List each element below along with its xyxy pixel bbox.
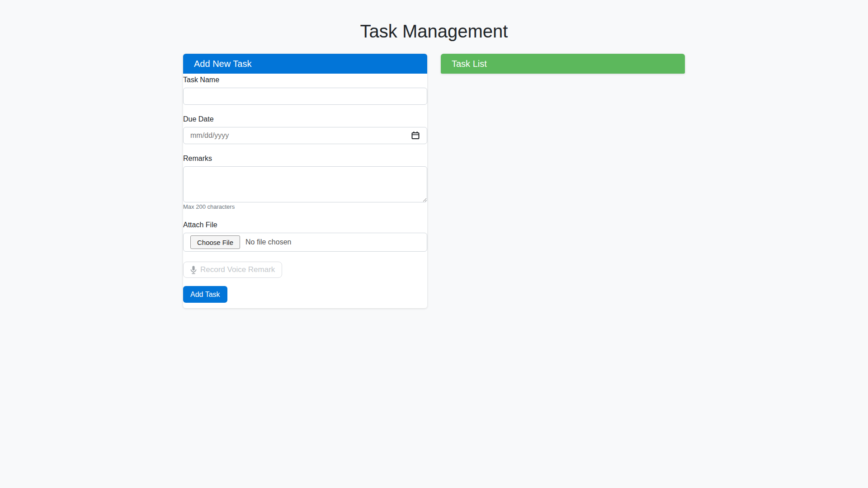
cards-row: Add New Task Task Name Due Date mm/dd/yy… (183, 54, 685, 308)
task-list-card-title: Task List (452, 59, 487, 69)
attach-file-label: Attach File (183, 220, 427, 230)
add-task-button[interactable]: Add Task (183, 286, 227, 303)
task-name-input[interactable] (183, 88, 427, 105)
record-voice-button[interactable]: Record Voice Remark (183, 262, 282, 278)
remarks-group: Remarks Max 200 characters (183, 154, 427, 211)
calendar-icon[interactable] (411, 131, 420, 140)
page-title: Task Management (0, 21, 868, 42)
remarks-label: Remarks (183, 154, 427, 164)
task-list-card-header: Task List (441, 54, 685, 74)
due-date-label: Due Date (183, 114, 427, 124)
record-voice-label: Record Voice Remark (200, 265, 275, 274)
record-voice-row: Record Voice Remark (183, 252, 427, 278)
task-list-column: Task List (441, 54, 685, 74)
add-task-card: Add New Task Task Name Due Date mm/dd/yy… (183, 54, 427, 308)
due-date-placeholder: mm/dd/yyyy (190, 131, 229, 140)
microphone-icon (190, 266, 197, 274)
attach-file-group: Attach File Choose File No file chosen (183, 220, 427, 252)
task-name-group: Task Name (183, 75, 427, 105)
task-name-label: Task Name (183, 75, 427, 85)
add-task-column: Add New Task Task Name Due Date mm/dd/yy… (183, 54, 427, 308)
add-task-row: Add Task (183, 286, 427, 303)
attach-file-input[interactable]: Choose File No file chosen (183, 233, 427, 252)
add-task-card-header: Add New Task (183, 54, 427, 74)
due-date-group: Due Date mm/dd/yyyy (183, 114, 427, 144)
file-status-text: No file chosen (245, 238, 291, 246)
add-task-card-title: Add New Task (194, 59, 251, 69)
add-task-form: Task Name Due Date mm/dd/yyyy (183, 74, 427, 308)
remarks-textarea[interactable] (183, 166, 427, 202)
due-date-input[interactable]: mm/dd/yyyy (183, 127, 427, 144)
remarks-help-text: Max 200 characters (183, 203, 427, 211)
choose-file-button[interactable]: Choose File (190, 235, 240, 249)
